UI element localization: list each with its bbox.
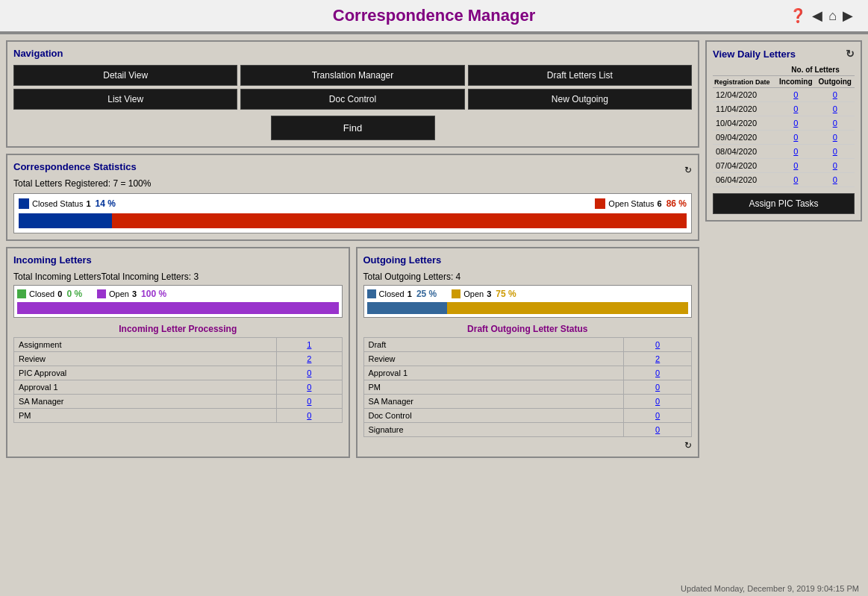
- outgoing-open-bar: [447, 302, 688, 314]
- statistics-title: Correspondence Statistics: [13, 161, 137, 172]
- list-view-button[interactable]: List View: [13, 89, 237, 110]
- outgoing-section: Outgoing Letters Total Outgoing Letters:…: [356, 247, 700, 458]
- help-icon[interactable]: ❓: [790, 7, 806, 24]
- daily-refresh-icon[interactable]: ↻: [846, 48, 855, 60]
- daily-letters-title: View Daily Letters: [713, 48, 796, 60]
- processing-value[interactable]: 2: [277, 352, 342, 366]
- outgoing-closed-count: 1: [408, 289, 412, 298]
- daily-outgoing[interactable]: 0: [816, 88, 855, 102]
- draft-value[interactable]: 0: [624, 366, 692, 380]
- closed-legend: Closed Status 1 14 %: [19, 198, 116, 209]
- outgoing-bar-container: Closed 1 25 % Open 3 75 %: [363, 285, 693, 318]
- incoming-col-label: Incoming: [776, 76, 815, 88]
- draft-value[interactable]: 0: [624, 395, 692, 409]
- draft-value[interactable]: 0: [624, 380, 692, 395]
- closed-label: Closed Status: [32, 199, 83, 208]
- forward-icon[interactable]: ▶: [843, 7, 853, 24]
- home-icon[interactable]: ⌂: [828, 8, 837, 24]
- processing-value[interactable]: 0: [277, 366, 342, 380]
- doc-control-button[interactable]: Doc Control: [240, 89, 464, 110]
- daily-letters-row: 10/04/202000: [713, 116, 855, 131]
- processing-label: SA Manager: [14, 395, 277, 409]
- daily-outgoing[interactable]: 0: [816, 116, 855, 131]
- draft-label: SA Manager: [363, 395, 624, 409]
- processing-label: Review: [14, 352, 277, 366]
- daily-date: 10/04/2020: [713, 116, 776, 131]
- processing-value[interactable]: 0: [277, 395, 342, 409]
- find-button[interactable]: Find: [271, 116, 435, 140]
- statistics-section: Correspondence Statistics ↻ Total Letter…: [6, 154, 699, 241]
- main-layout: Navigation Detail View Translation Manag…: [0, 34, 868, 464]
- navigation-title: Navigation: [13, 48, 692, 59]
- draft-value[interactable]: 0: [624, 423, 692, 437]
- assign-pic-tasks-button[interactable]: Assign PIC Tasks: [713, 193, 855, 214]
- processing-label: PIC Approval: [14, 366, 277, 380]
- outgoing-draft-row: Doc Control0: [363, 409, 692, 423]
- daily-incoming[interactable]: 0: [776, 116, 815, 131]
- processing-value[interactable]: 0: [277, 380, 342, 395]
- daily-incoming[interactable]: 0: [776, 173, 815, 187]
- left-panel: Navigation Detail View Translation Manag…: [6, 40, 699, 458]
- daily-date: 07/04/2020: [713, 159, 776, 173]
- daily-incoming[interactable]: 0: [776, 145, 815, 159]
- translation-manager-button[interactable]: Translation Manager: [240, 65, 464, 86]
- processing-title: Incoming Letter Processing: [13, 324, 343, 334]
- incoming-processing-row: Assignment1: [14, 338, 343, 352]
- closed-pct: 14 %: [96, 198, 116, 209]
- navigation-section: Navigation Detail View Translation Manag…: [6, 40, 699, 148]
- processing-value[interactable]: 1: [277, 338, 342, 352]
- daily-outgoing[interactable]: 0: [816, 159, 855, 173]
- draft-label: Approval 1: [363, 366, 624, 380]
- outgoing-closed-pct: 25 %: [416, 289, 437, 299]
- outgoing-open-label: Open: [463, 289, 484, 298]
- incoming-processing-row: PM0: [14, 409, 343, 423]
- daily-letters-row: 07/04/202000: [713, 159, 855, 173]
- incoming-open-legend: Open 3 100 %: [97, 289, 166, 299]
- draft-letters-list-button[interactable]: Draft Letters List: [468, 65, 692, 86]
- outgoing-draft-row: PM0: [363, 380, 692, 395]
- daily-letters-row: 06/04/202000: [713, 173, 855, 187]
- draft-label: Draft: [363, 338, 624, 352]
- incoming-open-pct: 100 %: [141, 289, 166, 299]
- nav-buttons-grid: Detail View Translation Manager Draft Le…: [13, 65, 692, 110]
- draft-value[interactable]: 0: [624, 338, 692, 352]
- daily-outgoing[interactable]: 0: [816, 173, 855, 187]
- incoming-bar-container: Closed 0 0 % Open 3 100 %: [13, 285, 343, 318]
- daily-outgoing[interactable]: 0: [816, 102, 855, 116]
- daily-incoming[interactable]: 0: [776, 159, 815, 173]
- incoming-closed-swatch: [17, 289, 26, 298]
- incoming-processing-row: Approval 10: [14, 380, 343, 395]
- draft-label: PM: [363, 380, 624, 395]
- draft-value[interactable]: 0: [624, 409, 692, 423]
- incoming-closed-count: 0: [57, 289, 62, 298]
- open-legend: Open Status 6 86 %: [595, 198, 687, 209]
- outgoing-draft-row: Signature0: [363, 423, 692, 437]
- daily-date: 06/04/2020: [713, 173, 776, 187]
- open-color-swatch: [595, 198, 605, 209]
- incoming-processing-row: PIC Approval0: [14, 366, 343, 380]
- outgoing-open-pct: 75 %: [496, 289, 516, 299]
- back-icon[interactable]: ◀: [812, 7, 822, 24]
- draft-value[interactable]: 2: [624, 352, 692, 366]
- detail-view-button[interactable]: Detail View: [13, 65, 237, 86]
- daily-incoming[interactable]: 0: [776, 88, 815, 102]
- processing-label: PM: [14, 409, 277, 423]
- outgoing-refresh-icon[interactable]: ↻: [684, 440, 692, 451]
- daily-outgoing[interactable]: 0: [816, 131, 855, 145]
- incoming-title: Incoming Letters: [13, 254, 343, 266]
- daily-incoming[interactable]: 0: [776, 102, 815, 116]
- processing-value[interactable]: 0: [277, 409, 342, 423]
- daily-date: 12/04/2020: [713, 88, 776, 102]
- incoming-open-count: 3: [132, 289, 137, 298]
- no-letters-header: No. of Letters: [776, 64, 855, 76]
- new-outgoing-button[interactable]: New Outgoing: [468, 89, 692, 110]
- outgoing-closed-swatch: [367, 289, 376, 298]
- incoming-processing-table: Assignment1Review2PIC Approval0Approval …: [13, 337, 343, 423]
- daily-incoming[interactable]: 0: [776, 131, 815, 145]
- draft-label: Signature: [363, 423, 624, 437]
- daily-outgoing[interactable]: 0: [816, 145, 855, 159]
- stats-refresh-icon[interactable]: ↻: [684, 165, 692, 175]
- top-bar: Correspondence Manager ❓ ◀ ⌂ ▶: [0, 0, 868, 33]
- closed-bar-seg: [19, 213, 112, 228]
- outgoing-bar-track: [367, 302, 689, 314]
